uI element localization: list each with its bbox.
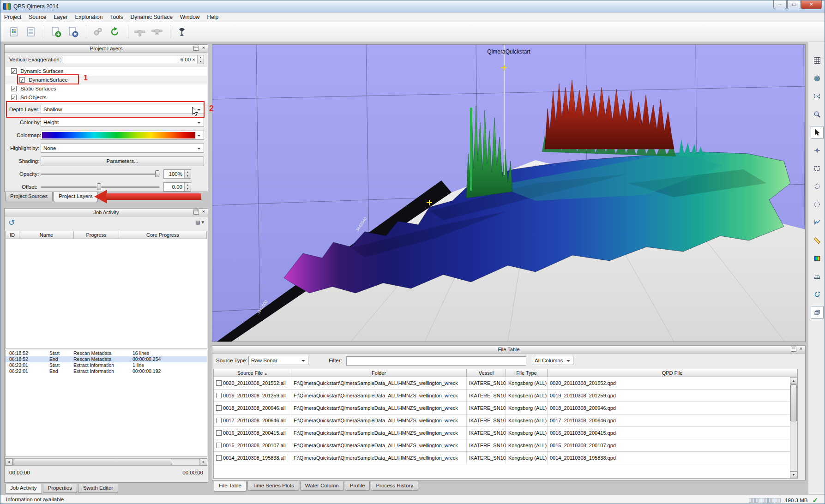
file-table-row[interactable]: 0018_20110308_200946.all F:\QimeraQuicks… <box>214 402 797 414</box>
scroll-left-icon[interactable]: ◂ <box>5 458 12 466</box>
zoom-extent-icon[interactable] <box>811 90 824 103</box>
select-rectangle-icon[interactable] <box>811 162 824 175</box>
column-header-folder[interactable]: Folder <box>291 369 467 377</box>
new-project-document-icon[interactable] <box>6 24 22 40</box>
file-table-row[interactable]: 0016_20110308_200415.all F:\QimeraQuicks… <box>214 427 797 439</box>
select-polygon-icon[interactable] <box>811 180 824 193</box>
rotate-view-icon[interactable] <box>811 288 824 301</box>
select-circle-icon[interactable] <box>811 198 824 211</box>
row-checkbox[interactable] <box>216 430 222 436</box>
layer-stack-icon[interactable] <box>811 72 824 85</box>
menu-project[interactable]: Project <box>0 12 25 22</box>
scroll-up-icon[interactable]: ▴ <box>790 377 797 384</box>
row-checkbox[interactable] <box>216 380 222 386</box>
row-checkbox[interactable] <box>216 393 222 398</box>
row-checkbox[interactable] <box>216 418 222 423</box>
menu-window[interactable]: Window <box>176 12 204 22</box>
tab-profile[interactable]: Profile <box>345 481 370 491</box>
close-panel-icon[interactable]: × <box>201 46 206 51</box>
column-header-name[interactable]: Name <box>19 231 74 239</box>
tree-item-static-surfaces[interactable]: Static Surfaces <box>6 84 207 93</box>
column-header-vessel[interactable]: Vessel <box>467 369 506 377</box>
vertical-exaggeration-spinner[interactable]: 6.00 × ▴▾ <box>63 55 204 64</box>
tab-job-activity[interactable]: Job Activity <box>5 484 42 494</box>
satellite-icon[interactable] <box>132 24 148 40</box>
file-table-row[interactable]: 0014_20110308_195838.all F:\QimeraQuicks… <box>214 452 797 464</box>
close-button[interactable]: × <box>801 0 822 9</box>
row-checkbox[interactable] <box>216 455 222 461</box>
pick-point-icon[interactable] <box>811 144 824 157</box>
zoom-window-icon[interactable] <box>811 108 824 121</box>
opacity-slider[interactable] <box>41 169 160 179</box>
highlight-by-combo[interactable]: None <box>41 144 204 153</box>
file-table-row[interactable]: 0019_20110308_201259.all F:\QimeraQuicks… <box>214 390 797 402</box>
tab-swath-editor[interactable]: Swath Editor <box>78 484 118 493</box>
menu-dynamic-surface[interactable]: Dynamic Surface <box>126 12 176 22</box>
colormap-combo[interactable] <box>41 131 204 140</box>
checkbox-checked[interactable] <box>11 86 17 91</box>
column-header-source-file[interactable]: Source File ▲ <box>214 369 291 377</box>
menu-exploration[interactable]: Exploration <box>71 12 106 22</box>
undock-panel-icon[interactable] <box>791 347 796 352</box>
scroll-right-icon[interactable]: ▸ <box>200 458 207 466</box>
column-header-core-progress[interactable]: Core Progress <box>119 231 207 239</box>
measure-ruler-icon[interactable] <box>811 234 824 247</box>
tab-properties[interactable]: Properties <box>43 484 77 493</box>
close-panel-icon[interactable]: × <box>201 210 206 215</box>
profile-tool-icon[interactable] <box>811 216 824 229</box>
tab-water-column[interactable]: Water Column <box>300 481 344 491</box>
log-row[interactable]: 06:18:52 Start Rescan Metadata 16 lines <box>6 350 207 356</box>
column-header-progress[interactable]: Progress <box>74 231 119 239</box>
menu-layer[interactable]: Layer <box>50 12 71 22</box>
tab-file-table[interactable]: File Table <box>214 481 247 492</box>
scroll-down-icon[interactable]: ▾ <box>790 471 797 478</box>
remove-source-files-icon[interactable] <box>65 24 81 40</box>
column-header-qpd-file[interactable]: QPD File <box>548 369 797 377</box>
undock-panel-icon[interactable] <box>193 46 199 51</box>
log-row[interactable]: 06:22:01 End Extract Information 00:00:0… <box>6 368 207 374</box>
opacity-spinner[interactable]: 100%▴▾ <box>163 169 191 179</box>
beacon-antenna-icon[interactable] <box>174 24 190 40</box>
row-checkbox[interactable] <box>216 405 222 411</box>
add-source-files-icon[interactable] <box>48 24 64 40</box>
columns-filter-combo[interactable]: All Columns <box>532 356 573 365</box>
rebuild-refresh-icon[interactable] <box>107 24 123 40</box>
shading-parameters-button[interactable]: Parameters... <box>41 156 204 166</box>
log-row-selected[interactable]: 06:18:52 End Rescan Metadata 00:00:00.25… <box>6 356 207 362</box>
column-header-id[interactable]: ID <box>6 231 19 239</box>
file-table-vertical-scrollbar[interactable]: ▴ ▾ <box>790 377 797 478</box>
job-options-dropdown-icon[interactable]: ▤ ▾ <box>195 219 204 225</box>
colormap-tool-icon[interactable] <box>811 252 824 265</box>
file-table-row[interactable]: 0017_20110308_200646.all F:\QimeraQuicks… <box>214 414 797 427</box>
tab-project-layers[interactable]: Project Layers <box>54 192 98 202</box>
checkbox-checked[interactable] <box>11 95 17 100</box>
menu-help[interactable]: Help <box>204 12 223 22</box>
minimize-button[interactable]: – <box>773 0 787 9</box>
tab-process-history[interactable]: Process History <box>371 481 418 491</box>
tab-project-sources[interactable]: Project Sources <box>5 192 53 201</box>
satellite-dish-icon[interactable] <box>149 24 165 40</box>
mesh-view-icon[interactable] <box>811 270 824 283</box>
title-bar[interactable]: QPS Qimera 2014 – □ × <box>0 0 825 12</box>
tab-time-series-plots[interactable]: Time Series Plots <box>247 481 299 491</box>
menu-tools[interactable]: Tools <box>106 12 126 22</box>
scrollbar-thumb[interactable] <box>13 459 172 465</box>
source-type-combo[interactable]: Raw Sonar <box>248 356 308 365</box>
project-table-document-icon[interactable] <box>23 24 39 40</box>
column-header-file-type[interactable]: File Type <box>506 369 548 377</box>
scrollbar-thumb[interactable] <box>790 384 797 421</box>
checkbox-checked[interactable] <box>11 68 17 74</box>
select-cursor-icon[interactable] <box>811 126 824 139</box>
undock-panel-icon[interactable] <box>193 210 199 215</box>
refresh-jobs-icon[interactable]: ↺ <box>8 218 15 228</box>
close-panel-icon[interactable]: × <box>798 347 804 352</box>
filter-input[interactable] <box>346 356 526 366</box>
log-row[interactable]: 06:22:01 Start Extract Information 1 lin… <box>6 362 207 368</box>
processing-settings-gears-icon[interactable] <box>90 24 106 40</box>
file-table-row[interactable]: 0015_20110308_200107.all F:\QimeraQuicks… <box>214 439 797 452</box>
grid-view-icon[interactable] <box>811 54 824 67</box>
maximize-button[interactable]: □ <box>787 0 801 9</box>
3d-view-canvas[interactable]: QimeraQuickstart <box>212 44 806 342</box>
view-3d-cube-icon[interactable] <box>811 306 824 319</box>
file-table-row[interactable]: 0020_20110308_201552.all F:\QimeraQuicks… <box>214 377 797 390</box>
